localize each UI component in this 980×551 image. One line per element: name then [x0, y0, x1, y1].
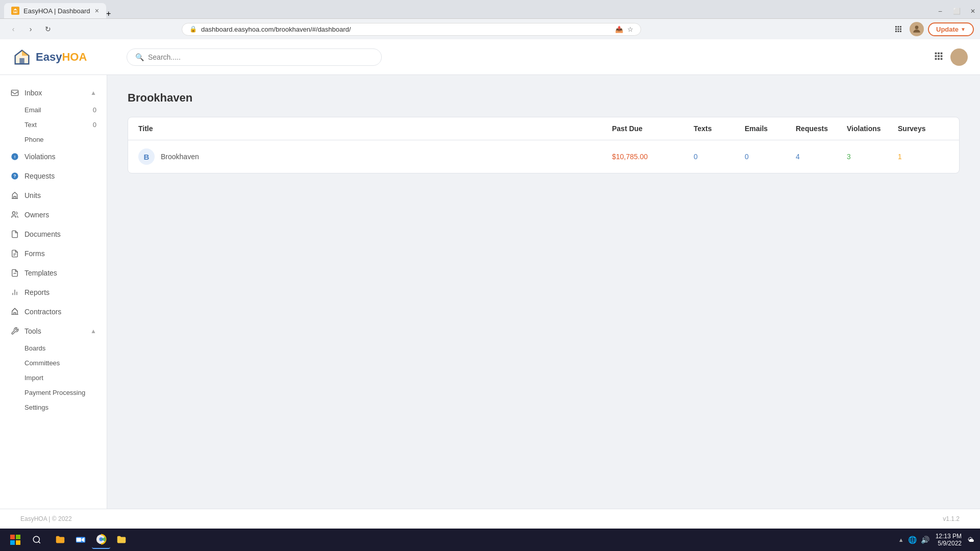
- sidebar-sub-settings[interactable]: Settings: [0, 400, 107, 415]
- surveys-cell: 1: [898, 153, 949, 161]
- dashboard-table: Title Past Due Texts Emails Requests Vio…: [128, 117, 960, 173]
- tab-favicon: [11, 7, 19, 15]
- requests-label: Requests: [24, 172, 96, 180]
- svg-text:?: ?: [13, 173, 16, 179]
- active-tab[interactable]: EasyHOA | Dashboard ×: [4, 3, 106, 18]
- sidebar-sub-import[interactable]: Import: [0, 370, 107, 385]
- logo-hoa: HOA: [62, 51, 87, 63]
- templates-icon: [10, 268, 19, 278]
- svg-rect-19: [16, 535, 20, 539]
- requests-cell: 4: [796, 153, 847, 161]
- inbox-chevron: ▲: [90, 89, 96, 96]
- taskbar-clock: 12:13 PM 5/9/2022: [936, 533, 962, 547]
- browser-profile-icon[interactable]: [910, 22, 924, 36]
- sidebar-item-requests[interactable]: ? Requests: [0, 166, 107, 186]
- sidebar-item-inbox[interactable]: Inbox ▲: [0, 83, 107, 103]
- grid-icon[interactable]: [933, 51, 944, 64]
- table-row[interactable]: B Brookhaven $10,785.00 0 0 4 3 1: [128, 140, 959, 173]
- update-button[interactable]: Update ▼: [928, 22, 974, 36]
- taskbar-search-button[interactable]: [29, 532, 45, 548]
- sidebar-item-forms[interactable]: Forms: [0, 244, 107, 263]
- emails-cell: 0: [745, 153, 796, 161]
- url-text: dashboard.easyhoa.com/brookhaven/#/dashb…: [201, 26, 611, 33]
- start-button[interactable]: [6, 531, 24, 549]
- committees-sub-label: Committees: [24, 359, 60, 367]
- import-sub-label: Import: [24, 374, 43, 382]
- tab-bar: EasyHOA | Dashboard × + – ⬜ ✕: [0, 0, 980, 18]
- footer-right: v1.1.2: [943, 515, 960, 522]
- taskbar-chrome[interactable]: [92, 531, 110, 549]
- search-icon: 🔍: [135, 53, 144, 61]
- tools-label: Tools: [24, 327, 85, 335]
- svg-rect-21: [16, 540, 20, 545]
- sidebar-sub-text[interactable]: Text 0: [0, 117, 107, 132]
- refresh-button[interactable]: ↻: [41, 22, 55, 36]
- svg-rect-6: [11, 90, 18, 96]
- sidebar-sub-email[interactable]: Email 0: [0, 103, 107, 117]
- svg-point-0: [915, 26, 919, 29]
- sidebar-item-contractors[interactable]: Contractors: [0, 302, 107, 321]
- minimize-button[interactable]: –: [933, 4, 947, 18]
- tab-close-button[interactable]: ×: [95, 7, 99, 15]
- svg-point-11: [12, 212, 15, 214]
- community-avatar: B: [138, 148, 155, 165]
- violations-label: Violations: [24, 153, 96, 161]
- update-label: Update: [936, 26, 959, 33]
- tools-icon: [10, 327, 19, 336]
- extensions-icon[interactable]: [891, 22, 905, 36]
- col-surveys: Surveys: [898, 124, 949, 133]
- taskbar-up-arrow[interactable]: ▲: [898, 537, 904, 543]
- units-label: Units: [24, 191, 96, 199]
- sidebar-item-reports[interactable]: Reports: [0, 283, 107, 302]
- sidebar: Inbox ▲ Email 0 Text 0 Phone ! Violation…: [0, 75, 107, 509]
- svg-point-22: [33, 536, 39, 542]
- footer-left: EasyHOA | © 2022: [20, 515, 72, 522]
- forms-label: Forms: [24, 249, 96, 258]
- col-requests: Requests: [796, 124, 847, 133]
- new-tab-button[interactable]: +: [106, 9, 111, 18]
- search-input[interactable]: [148, 53, 373, 61]
- sidebar-item-owners[interactable]: Owners: [0, 205, 107, 224]
- sidebar-item-violations[interactable]: ! Violations: [0, 147, 107, 166]
- sidebar-item-templates[interactable]: Templates: [0, 263, 107, 283]
- sidebar-sub-boards[interactable]: Boards: [0, 341, 107, 356]
- texts-cell: 0: [694, 153, 745, 161]
- update-chevron: ▼: [961, 27, 966, 32]
- taskbar-right: ▲ 🌐 🔊 12:13 PM 5/9/2022 🌥: [898, 533, 974, 547]
- bookmark-icon[interactable]: ☆: [627, 26, 633, 33]
- phone-sub-label: Phone: [24, 136, 44, 143]
- taskbar-folder[interactable]: [112, 531, 131, 549]
- close-window-button[interactable]: ✕: [966, 4, 980, 18]
- user-avatar[interactable]: [950, 48, 968, 66]
- app-header: EasyHOA 🔍: [0, 39, 980, 75]
- requests-icon: ?: [10, 171, 19, 181]
- contractors-icon: [10, 307, 19, 316]
- past-due-cell: $10,785.00: [612, 153, 694, 161]
- forward-button[interactable]: ›: [23, 22, 38, 36]
- sidebar-item-documents[interactable]: Documents: [0, 224, 107, 244]
- email-count: 0: [93, 106, 96, 114]
- col-past-due: Past Due: [612, 124, 694, 133]
- address-bar[interactable]: 🔒 dashboard.easyhoa.com/brookhaven/#/das…: [182, 23, 641, 36]
- taskbar-file-explorer[interactable]: [51, 531, 69, 549]
- lock-icon: 🔒: [189, 26, 197, 33]
- email-sub-label: Email: [24, 106, 41, 114]
- sidebar-sub-committees[interactable]: Committees: [0, 356, 107, 370]
- sidebar-sub-payment-processing[interactable]: Payment Processing: [0, 385, 107, 400]
- sidebar-item-tools[interactable]: Tools ▲: [0, 321, 107, 341]
- reports-label: Reports: [24, 288, 96, 296]
- maximize-button[interactable]: ⬜: [949, 4, 964, 18]
- violations-icon: !: [10, 152, 19, 161]
- main-layout: Inbox ▲ Email 0 Text 0 Phone ! Violation…: [0, 75, 980, 509]
- violations-cell: 3: [847, 153, 898, 161]
- logo-text: EasyHOA: [36, 51, 87, 64]
- search-box: 🔍: [127, 48, 382, 66]
- taskbar-time-text: 12:13 PM: [936, 533, 962, 540]
- forms-icon: [10, 249, 19, 258]
- volume-icon: 🔊: [921, 536, 929, 544]
- back-button[interactable]: ‹: [6, 22, 20, 36]
- sidebar-item-units[interactable]: Units: [0, 186, 107, 205]
- sidebar-sub-phone[interactable]: Phone: [0, 132, 107, 147]
- taskbar-zoom[interactable]: [71, 531, 90, 549]
- templates-label: Templates: [24, 269, 96, 277]
